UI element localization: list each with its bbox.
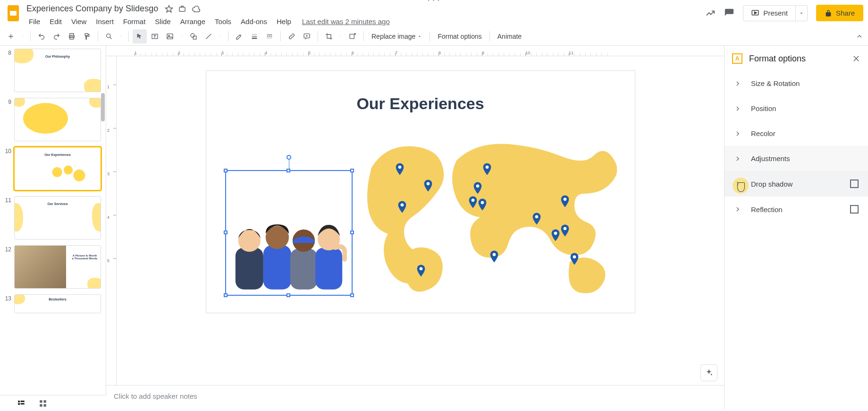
border-weight-button[interactable] bbox=[247, 29, 261, 43]
svg-rect-41 bbox=[21, 401, 25, 402]
filmstrip-slide-9[interactable]: 9 bbox=[2, 98, 101, 141]
collapse-toolbar-icon[interactable] bbox=[856, 33, 863, 40]
map-pin-icon bbox=[560, 195, 570, 207]
filmstrip-slide-8[interactable]: 8 Our Philosophy bbox=[2, 49, 101, 92]
filmstrip-view-icon[interactable] bbox=[17, 399, 25, 408]
rotate-handle[interactable] bbox=[287, 155, 291, 160]
new-slide-button[interactable] bbox=[4, 29, 18, 43]
slide-number: 13 bbox=[2, 294, 14, 302]
section-adjustments[interactable]: Adjustments bbox=[725, 146, 868, 171]
print-button[interactable] bbox=[65, 29, 79, 43]
filmstrip-slide-13[interactable]: 13 Bestsellers bbox=[2, 294, 101, 313]
menu-view[interactable]: View bbox=[67, 16, 91, 27]
map-pin-icon bbox=[395, 163, 405, 175]
shape-button[interactable] bbox=[186, 29, 201, 43]
menu-file[interactable]: File bbox=[25, 16, 44, 27]
animate-button[interactable]: Animate bbox=[494, 31, 525, 42]
comments-icon[interactable] bbox=[724, 8, 734, 18]
mask-dropdown[interactable] bbox=[337, 29, 345, 43]
notes-resize-handle[interactable]: • • • bbox=[425, 0, 444, 2]
filmstrip-slide-10[interactable]: 10 Our Experiences bbox=[2, 147, 101, 190]
resize-handle[interactable] bbox=[287, 293, 290, 297]
section-size-rotation[interactable]: Size & Rotation bbox=[725, 71, 868, 96]
map-pin-icon bbox=[551, 229, 560, 241]
textbox-button[interactable] bbox=[148, 29, 162, 43]
share-button[interactable]: Share bbox=[816, 5, 863, 21]
comment-button[interactable] bbox=[300, 29, 314, 43]
new-slide-dropdown[interactable] bbox=[19, 29, 26, 43]
doc-title[interactable]: Experiences Company by Slidesgo bbox=[25, 3, 160, 15]
present-dropdown-button[interactable] bbox=[796, 5, 808, 21]
paint-format-button[interactable] bbox=[80, 29, 94, 43]
format-options-icon bbox=[732, 53, 742, 64]
link-button[interactable] bbox=[285, 29, 299, 43]
line-dropdown[interactable] bbox=[217, 29, 224, 43]
filmstrip[interactable]: 8 Our Philosophy 9 10 Our Experiences bbox=[0, 46, 106, 410]
world-map-image[interactable] bbox=[362, 135, 617, 295]
reset-image-button[interactable] bbox=[346, 29, 360, 43]
selected-image[interactable] bbox=[225, 170, 353, 296]
present-button[interactable]: Present bbox=[743, 5, 796, 21]
svg-point-21 bbox=[476, 185, 479, 188]
select-tool-button[interactable] bbox=[133, 29, 147, 43]
svg-point-22 bbox=[471, 199, 474, 202]
cloud-status-icon[interactable] bbox=[191, 5, 201, 13]
menu-slide[interactable]: Slide bbox=[151, 16, 175, 27]
menu-edit[interactable]: Edit bbox=[45, 16, 66, 27]
title-actions: Present Share bbox=[705, 3, 863, 21]
close-panel-icon[interactable] bbox=[852, 54, 860, 63]
reflection-checkbox[interactable] bbox=[850, 205, 859, 214]
zoom-button[interactable] bbox=[102, 29, 116, 43]
explore-button[interactable] bbox=[700, 364, 717, 381]
resize-handle[interactable] bbox=[350, 293, 354, 297]
menu-tools[interactable]: Tools bbox=[211, 16, 236, 27]
resize-handle[interactable] bbox=[224, 231, 228, 234]
redo-button[interactable] bbox=[50, 29, 64, 43]
border-dash-button[interactable] bbox=[262, 29, 277, 43]
undo-button[interactable] bbox=[34, 29, 49, 43]
resize-handle[interactable] bbox=[350, 231, 354, 234]
speaker-notes[interactable]: Click to add speaker notes bbox=[106, 385, 724, 410]
ruler-horizontal[interactable]: 1234567891011 bbox=[106, 46, 724, 56]
section-reflection[interactable]: Reflection bbox=[725, 197, 868, 222]
ruler-vertical[interactable]: 12345 bbox=[106, 56, 117, 385]
image-dropdown[interactable] bbox=[178, 29, 185, 43]
menu-help[interactable]: Help bbox=[272, 16, 295, 27]
section-position[interactable]: Position bbox=[725, 96, 868, 121]
filmstrip-slide-12[interactable]: 12 A Picture Is Worth a Thousand Words bbox=[2, 245, 101, 289]
move-icon[interactable] bbox=[178, 5, 186, 13]
border-color-button[interactable] bbox=[232, 29, 246, 43]
resize-handle[interactable] bbox=[350, 169, 354, 172]
svg-point-29 bbox=[563, 227, 566, 231]
slide-title-text[interactable]: Our Experiences bbox=[206, 94, 635, 113]
grid-view-icon[interactable] bbox=[39, 399, 47, 408]
replace-image-button[interactable]: Replace image bbox=[368, 31, 426, 42]
format-options-button[interactable]: Format options bbox=[434, 31, 485, 42]
crop-button[interactable] bbox=[322, 29, 336, 43]
chevron-right-icon bbox=[734, 155, 742, 163]
activity-icon[interactable] bbox=[705, 8, 716, 18]
resize-handle[interactable] bbox=[224, 169, 228, 172]
zoom-dropdown[interactable] bbox=[117, 29, 125, 43]
drop-shadow-checkbox[interactable] bbox=[850, 180, 859, 188]
canvas-viewport[interactable]: Our Experiences bbox=[117, 56, 724, 385]
svg-rect-40 bbox=[18, 403, 20, 405]
menu-format[interactable]: Format bbox=[119, 16, 150, 27]
line-button[interactable] bbox=[202, 29, 216, 43]
last-edit-link[interactable]: Last edit was 2 minutes ago bbox=[302, 17, 390, 26]
slide-canvas[interactable]: Our Experiences bbox=[206, 70, 635, 313]
map-pin-icon bbox=[560, 224, 570, 237]
menu-insert[interactable]: Insert bbox=[92, 16, 118, 27]
resize-handle[interactable] bbox=[287, 169, 290, 172]
slides-app-icon[interactable] bbox=[4, 3, 23, 24]
menu-arrange[interactable]: Arrange bbox=[176, 16, 210, 27]
filmstrip-scrollbar[interactable] bbox=[101, 93, 105, 121]
section-recolor[interactable]: Recolor bbox=[725, 121, 868, 146]
star-icon[interactable] bbox=[165, 5, 173, 13]
section-drop-shadow[interactable]: Drop shadow bbox=[725, 171, 868, 197]
slide-number: 9 bbox=[2, 98, 14, 105]
resize-handle[interactable] bbox=[224, 293, 228, 297]
menu-addons[interactable]: Add-ons bbox=[236, 16, 271, 27]
filmstrip-slide-11[interactable]: 11 Our Services bbox=[2, 196, 101, 240]
image-button[interactable] bbox=[163, 29, 177, 43]
